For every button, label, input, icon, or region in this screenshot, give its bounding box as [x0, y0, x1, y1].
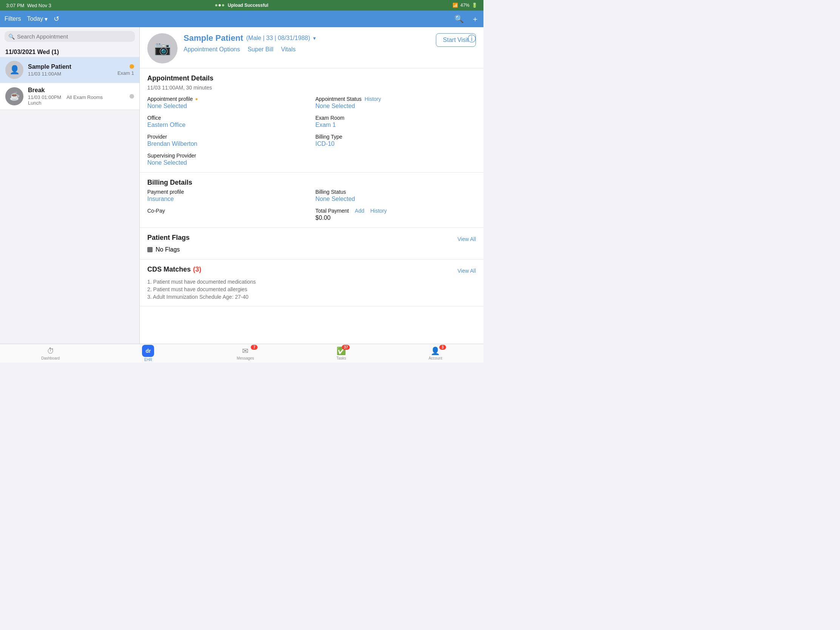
appointment-dot-2 [129, 94, 134, 99]
patient-name-row: Sample Patient (Male | 33 | 08/31/1988) … [183, 33, 430, 43]
cds-matches-section: CDS Matches (3) View All 1. Patient must… [140, 259, 483, 306]
tasks-badge: 37 [342, 345, 350, 350]
provider-field: Provider Brendan Wilberton [147, 134, 308, 147]
appointment-name-2: Break [28, 87, 129, 94]
office-field: Office Eastern Office [147, 115, 308, 128]
search-button[interactable]: 🔍 [455, 14, 464, 24]
search-input[interactable] [17, 33, 131, 39]
search-input-wrap[interactable]: 🔍 [5, 31, 135, 42]
patient-avatar-1: 👤 [5, 61, 24, 79]
super-bill-link[interactable]: Super Bill [247, 46, 273, 53]
cds-view-all-link[interactable]: View All [457, 268, 476, 274]
appointment-time-1: 11/03 11:00AM [28, 71, 117, 77]
appointment-options-link[interactable]: Appointment Options [183, 46, 240, 53]
flags-header-row: Patient Flags View All [147, 234, 476, 244]
battery-text: 47% [460, 3, 469, 8]
date-header: 11/03/2021 Wed (1) [0, 46, 139, 57]
person-icon: 👤 [9, 65, 20, 75]
supervising-provider-field: Supervising Provider None Selected [147, 153, 308, 166]
patient-flags-section: Patient Flags View All No Flags [140, 228, 483, 259]
appointment-profile-field: Appointment profile ● None Selected [147, 96, 308, 109]
billing-details-title: Billing Details [147, 178, 476, 186]
total-payment-add-link[interactable]: Add [355, 208, 365, 214]
appointment-status-history-link[interactable]: History [365, 96, 381, 102]
cds-item-1: 1. Patient must have documented medicati… [147, 279, 476, 285]
supervising-provider-value[interactable]: None Selected [147, 159, 308, 166]
tab-bar: ⏱ Dashboard dr EHR ✉ 7 Messages ✅ 37 Tas… [0, 344, 483, 363]
tab-tasks[interactable]: ✅ 37 Tasks [336, 346, 346, 360]
cds-title: CDS Matches (3) [147, 265, 201, 273]
break-avatar: ☕ [5, 87, 24, 105]
billing-type-value[interactable]: ICD-10 [315, 141, 476, 147]
messages-badge: 7 [251, 345, 257, 350]
tab-ehr[interactable]: dr EHR [142, 345, 154, 362]
refresh-button[interactable]: ↺ [54, 15, 59, 23]
tab-messages[interactable]: ✉ 7 Messages [237, 346, 254, 360]
account-icon: 👤 [431, 346, 440, 355]
info-button[interactable]: ⓘ [467, 33, 476, 44]
patient-name[interactable]: Sample Patient [183, 33, 243, 43]
appointment-time-2: 11/03 01:00PM All Exam Rooms [28, 95, 129, 100]
top-nav: Filters Today ▾ ↺ 🔍 ＋ [0, 11, 483, 27]
cds-item-3: 3. Adult Immunization Schedule Age: 27-4… [147, 294, 476, 300]
billing-status-field: Billing Status None Selected [315, 189, 476, 202]
appointment-details-grid: Appointment profile ● None Selected Appo… [147, 96, 476, 166]
dot1 [215, 4, 218, 6]
total-payment-value: $0.00 [315, 215, 476, 221]
content-area: 📷 Sample Patient (Male | 33 | 08/31/1988… [140, 27, 483, 344]
appointment-profile-value[interactable]: None Selected [147, 103, 308, 109]
payment-profile-value[interactable]: Insurance [147, 196, 308, 202]
payment-profile-field: Payment profile Insurance [147, 189, 308, 202]
cds-count-badge: (3) [193, 265, 201, 273]
ehr-icon: dr [142, 345, 154, 357]
vitals-link[interactable]: Vitals [281, 46, 296, 53]
top-nav-right: 🔍 ＋ [455, 14, 479, 24]
appointment-dot-1 [129, 64, 134, 69]
today-button[interactable]: Today ▾ [27, 16, 48, 23]
cds-header-row: CDS Matches (3) View All [147, 265, 476, 276]
messages-icon: ✉ [242, 346, 248, 355]
exam-room-value[interactable]: Exam 1 [315, 122, 476, 128]
add-button[interactable]: ＋ [471, 14, 479, 24]
tab-dashboard[interactable]: ⏱ Dashboard [41, 347, 60, 360]
flags-content: No Flags [147, 246, 476, 253]
sidebar: 🔍 11/03/2021 Wed (1) 👤 Sample Patient 11… [0, 27, 140, 344]
appointment-item-2[interactable]: ☕ Break 11/03 01:00PM All Exam Rooms Lun… [0, 83, 139, 110]
patient-chevron-icon[interactable]: ▾ [313, 35, 316, 41]
cds-item-2: 2. Patient must have documented allergie… [147, 286, 476, 292]
patient-photo: 📷 [147, 33, 177, 63]
appointment-note-2: Lunch [28, 100, 129, 106]
appointment-info-2: Break 11/03 01:00PM All Exam Rooms Lunch [28, 87, 129, 106]
account-badge: 3 [439, 345, 446, 350]
tab-account[interactable]: 👤 3 Account [429, 346, 442, 360]
filters-button[interactable]: Filters [5, 16, 21, 22]
provider-value[interactable]: Brendan Wilberton [147, 141, 308, 147]
office-value[interactable]: Eastern Office [147, 122, 308, 128]
billing-details-section: Billing Details Payment profile Insuranc… [140, 173, 483, 228]
flag-square-icon [147, 247, 153, 252]
search-icon: 🔍 [8, 34, 15, 39]
total-payment-history-link[interactable]: History [370, 208, 387, 214]
profile-dot: ● [195, 96, 198, 102]
exam-room-field: Exam Room Exam 1 [315, 115, 476, 128]
billing-status-value[interactable]: None Selected [315, 196, 476, 202]
copay-field: Co-Pay [147, 208, 308, 221]
patient-header: 📷 Sample Patient (Male | 33 | 08/31/1988… [140, 27, 483, 68]
appointment-status-field: Appointment Status History None Selected [315, 96, 476, 109]
search-bar-container: 🔍 [0, 27, 139, 46]
appointment-status-value[interactable]: None Selected [315, 103, 476, 109]
cds-list: 1. Patient must have documented medicati… [147, 279, 476, 300]
appointment-details-section: Appointment Details 11/03 11:00AM, 30 mi… [140, 68, 483, 173]
top-nav-left: Filters Today ▾ ↺ [5, 15, 144, 23]
dot2 [219, 4, 221, 6]
appointment-item-1[interactable]: 👤 Sample Patient 11/03 11:00AM Exam 1 [0, 57, 139, 83]
messages-label: Messages [237, 356, 254, 360]
camera-icon: 📷 [154, 40, 171, 56]
account-label: Account [429, 356, 442, 360]
flags-view-all-link[interactable]: View All [457, 236, 476, 242]
billing-type-field: Billing Type ICD-10 [315, 134, 476, 147]
no-flags-label: No Flags [156, 246, 180, 253]
patient-flags-title: Patient Flags [147, 234, 189, 242]
status-bar: 3:07 PM Wed Nov 3 Upload Successful 📶 47… [0, 0, 483, 11]
break-icon: ☕ [9, 92, 20, 101]
